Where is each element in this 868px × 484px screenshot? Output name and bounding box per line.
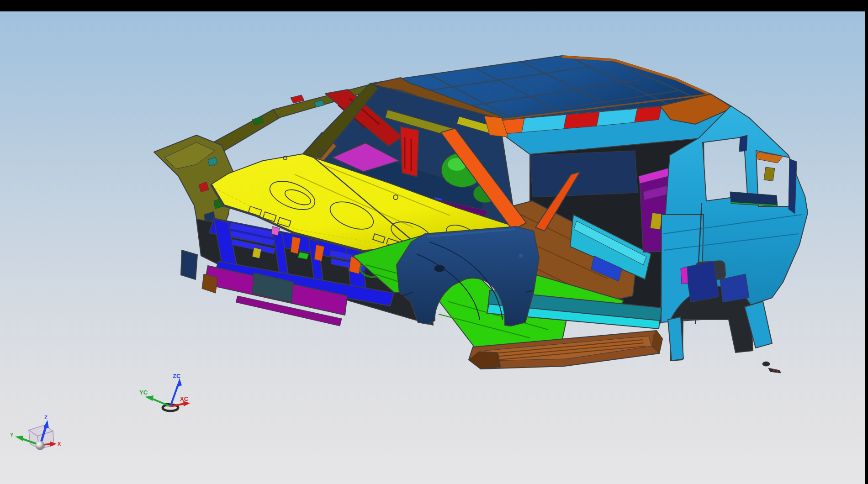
top-window-bar — [0, 0, 868, 11]
left-bracket[interactable] — [181, 250, 197, 279]
model-canvas[interactable]: ZC YC XC Z Y X — [0, 11, 865, 484]
wcs-x-label: XC — [180, 395, 189, 402]
dash-brace-red[interactable] — [400, 126, 419, 177]
wcs-z-label: ZC — [173, 373, 181, 379]
wcs-y-label: YC — [139, 389, 148, 396]
view-z-label: Z — [44, 415, 48, 420]
cad-application-window: ZC YC XC Z Y X — [0, 0, 868, 484]
bumper-cap[interactable] — [202, 274, 217, 293]
view-origin-sphere[interactable] — [36, 441, 45, 450]
rail-strip-red[interactable] — [564, 112, 599, 129]
debris-fragments[interactable] — [762, 362, 781, 373]
wcs-z-arrow[interactable] — [176, 378, 182, 387]
suv-body-model[interactable] — [154, 56, 808, 373]
view-z-arrow[interactable] — [43, 420, 49, 428]
view-orientation-triad[interactable]: Z Y X — [10, 415, 61, 450]
wcs-y-arrow[interactable] — [145, 395, 153, 401]
wcs-triad[interactable]: ZC YC XC — [139, 373, 190, 411]
graphics-viewport[interactable]: ZC YC XC Z Y X — [0, 11, 865, 484]
view-y-arrow[interactable] — [15, 436, 23, 441]
view-x-label: X — [58, 441, 61, 447]
arch-inner-navy[interactable] — [685, 261, 719, 302]
right-window-bar — [865, 0, 868, 484]
view-y-label: Y — [10, 432, 14, 437]
